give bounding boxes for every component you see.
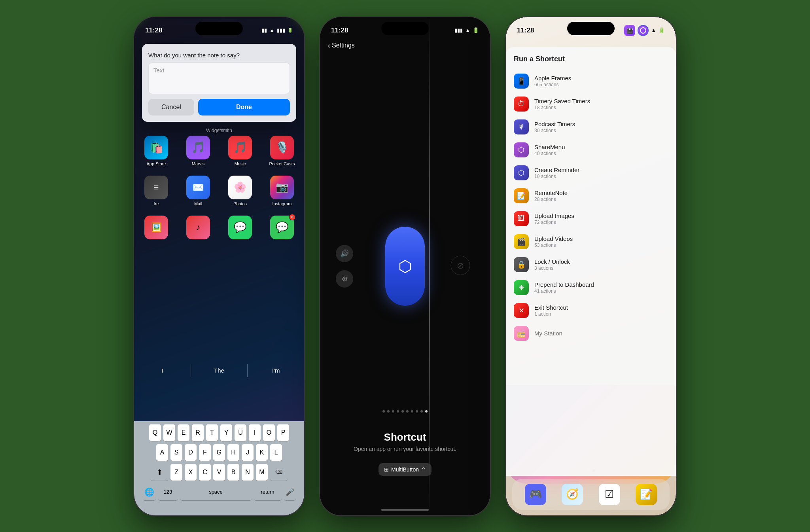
- list-item-sharemenu[interactable]: ⬡ ShareMenu 40 actions: [506, 138, 676, 161]
- shortcut-app-status-icon: 🎬: [624, 25, 635, 36]
- lockunlock-info: Lock / Unlock 3 actions: [534, 258, 668, 271]
- list-item-uploadimages[interactable]: 🖼 Upload Images 72 actions: [506, 207, 676, 230]
- key-o[interactable]: O: [263, 424, 275, 441]
- backspace-key[interactable]: ⌫: [270, 464, 288, 481]
- shift-key[interactable]: ⬆: [151, 464, 168, 481]
- app-item-music[interactable]: 🎵 Music: [224, 136, 256, 166]
- key-s[interactable]: S: [170, 444, 182, 461]
- keyboard-row-2: A S D F G H J K L: [136, 444, 303, 461]
- list-item-remotenote[interactable]: 📝 RemoteNote 28 actions: [506, 184, 676, 207]
- dock-safari[interactable]: 🧭: [562, 484, 583, 505]
- status-icons-1: ▮▮ ▲ ▮▮▮ 🔋: [261, 27, 293, 33]
- dialog-input[interactable]: Text: [148, 62, 290, 94]
- dock-notes[interactable]: 📝: [636, 484, 657, 505]
- list-item-lockunlock[interactable]: 🔒 Lock / Unlock 3 actions: [506, 253, 676, 276]
- key-u[interactable]: U: [235, 424, 246, 441]
- speech-icon[interactable]: 🔊: [336, 245, 353, 262]
- remotenote-info: RemoteNote 28 actions: [534, 189, 668, 202]
- list-item-appleframes[interactable]: 📱 Apple Frames 665 actions: [506, 70, 676, 93]
- dot-5: [401, 410, 404, 413]
- key-f[interactable]: F: [199, 444, 211, 461]
- sharemenu-actions: 40 actions: [534, 151, 668, 156]
- sharemenu-icon: ⬡: [514, 142, 529, 157]
- key-d[interactable]: D: [185, 444, 197, 461]
- app-item-messages[interactable]: 💬 8: [266, 216, 298, 241]
- status-time-2: 11:28: [331, 27, 348, 34]
- app-item-ire[interactable]: ≡ Ire: [140, 176, 172, 206]
- return-key[interactable]: return: [254, 484, 282, 500]
- dot-4: [397, 410, 399, 413]
- key-globe[interactable]: 🌐: [143, 484, 156, 500]
- multibutton-grid-icon: ⊞: [384, 466, 389, 473]
- suggestion-i[interactable]: I: [134, 364, 191, 377]
- app-item-music2[interactable]: ♪: [182, 216, 214, 241]
- key-j[interactable]: J: [242, 444, 254, 461]
- back-label: Settings: [332, 42, 355, 49]
- remotenote-name: RemoteNote: [534, 189, 668, 196]
- key-x[interactable]: X: [185, 464, 197, 481]
- key-l[interactable]: L: [270, 444, 282, 461]
- key-k[interactable]: K: [256, 444, 268, 461]
- ire-icon: ≡: [144, 176, 168, 199]
- prepend-actions: 41 actions: [534, 288, 668, 294]
- wifi-2: ▲: [465, 27, 470, 33]
- prepend-icon: ✳: [514, 280, 529, 295]
- list-item-prepend[interactable]: ✳ Prepend to Dashboard 41 actions: [506, 276, 676, 299]
- app-item-mail[interactable]: ✉️ Mail: [182, 176, 214, 206]
- suggestion-the[interactable]: The: [191, 364, 248, 377]
- remotenote-icon: 📝: [514, 188, 529, 203]
- key-t[interactable]: T: [206, 424, 218, 441]
- list-item-uploadvideos[interactable]: 🎬 Upload Videos 53 actions: [506, 230, 676, 253]
- app-item-wallpaper[interactable]: 🖼️: [140, 216, 172, 241]
- app-item-instagram[interactable]: 📷 Instagram: [266, 176, 298, 206]
- dock-reminders[interactable]: ☑: [599, 484, 620, 505]
- timery-info: Timery Saved Timers 18 actions: [534, 98, 668, 110]
- key-r[interactable]: R: [192, 424, 204, 441]
- list-item-reminder[interactable]: ⬡ Create Reminder 10 actions: [506, 161, 676, 184]
- key-w[interactable]: W: [163, 424, 175, 441]
- mic-key[interactable]: 🎤: [284, 484, 296, 500]
- cancel-button[interactable]: Cancel: [148, 99, 194, 115]
- app-item-marvis[interactable]: 🎵 Marvis: [182, 136, 214, 166]
- key-h[interactable]: H: [227, 444, 239, 461]
- shortcut-capsule[interactable]: ⬡: [385, 227, 425, 306]
- app-item-appstore[interactable]: 🛍️ App Store: [140, 136, 172, 166]
- zoom-icon[interactable]: ⊕: [336, 270, 353, 288]
- key-p[interactable]: P: [277, 424, 289, 441]
- key-m[interactable]: M: [256, 464, 268, 481]
- key-y[interactable]: Y: [220, 424, 232, 441]
- list-item-exit[interactable]: ✕ Exit Shortcut 1 action: [506, 299, 676, 322]
- dynamic-island-1: [195, 22, 243, 35]
- back-button[interactable]: ‹ Settings: [328, 42, 355, 50]
- suggestion-im[interactable]: I'm: [248, 364, 304, 377]
- list-item-podcast[interactable]: 🎙 Podcast Timers 30 actions: [506, 115, 676, 138]
- dot-7: [411, 410, 413, 413]
- key-v[interactable]: V: [213, 464, 225, 481]
- done-button[interactable]: Done: [198, 99, 290, 115]
- list-item-timery[interactable]: ⏱ Timery Saved Timers 18 actions: [506, 93, 676, 115]
- dock-discord[interactable]: 🎮: [525, 484, 546, 505]
- sharemenu-name: ShareMenu: [534, 144, 668, 150]
- status-time-1: 11:28: [145, 27, 162, 34]
- key-n[interactable]: N: [242, 464, 254, 481]
- key-q[interactable]: Q: [149, 424, 161, 441]
- key-e[interactable]: E: [178, 424, 189, 441]
- space-key[interactable]: space: [180, 484, 252, 500]
- mail-icon: ✉️: [186, 176, 210, 199]
- key-g[interactable]: G: [213, 444, 225, 461]
- key-z[interactable]: Z: [170, 464, 182, 481]
- key-123[interactable]: 123: [158, 484, 178, 500]
- app-item-pocketcasts[interactable]: 🎙️ Pocket Casts: [266, 136, 298, 166]
- wallpaper-icon: 🖼️: [144, 216, 168, 239]
- app-item-whatsapp[interactable]: 💬: [224, 216, 256, 241]
- status-bar-2: 11:28 ▮▮▮ ▲ 🔋: [320, 17, 490, 38]
- key-i[interactable]: I: [249, 424, 261, 441]
- key-b[interactable]: B: [227, 464, 239, 481]
- list-item-mystation[interactable]: 📻 My Station: [506, 322, 676, 345]
- multibutton-button[interactable]: ⊞ MultiButton ⌃: [379, 463, 431, 476]
- key-a[interactable]: A: [156, 444, 168, 461]
- app-item-photos[interactable]: 🌸 Photos: [224, 176, 256, 206]
- status-bar-1: 11:28 ▮▮ ▲ ▮▮▮ 🔋: [134, 17, 304, 38]
- key-c[interactable]: C: [199, 464, 211, 481]
- keyboard-suggestions: I The I'm: [134, 364, 304, 377]
